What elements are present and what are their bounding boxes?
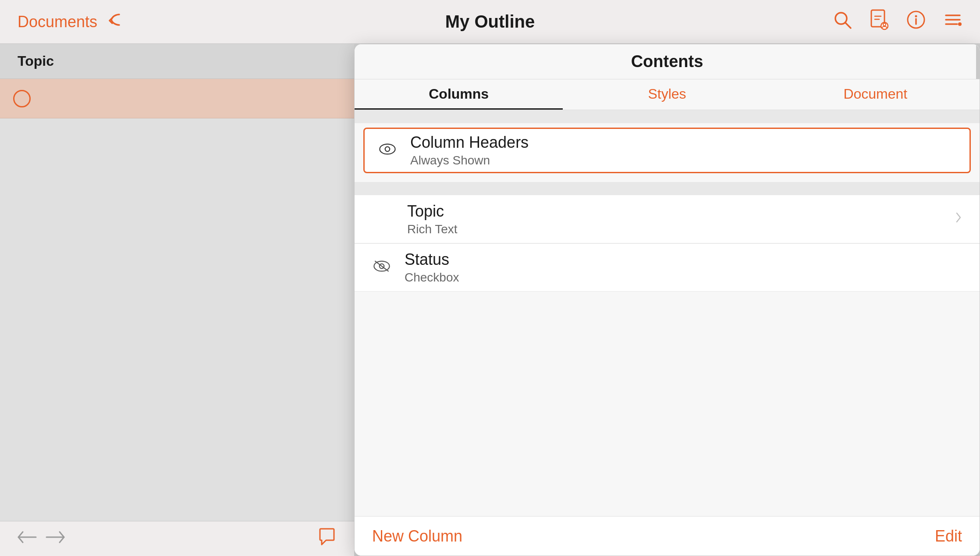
- topic-subtitle: Rich Text: [407, 222, 955, 236]
- nav-bar: Documents My Outline: [0, 0, 980, 44]
- toolbar-back-icon[interactable]: [18, 529, 37, 549]
- column-headers-item[interactable]: Column Headers Always Shown: [363, 128, 971, 173]
- svg-point-7: [915, 15, 917, 18]
- outline-header: Topic: [0, 44, 354, 79]
- edit-button[interactable]: Edit: [935, 527, 962, 545]
- svg-line-1: [845, 23, 851, 28]
- status-column-item[interactable]: Status Checkbox: [355, 243, 980, 292]
- eye-icon: [378, 141, 397, 160]
- svg-point-14: [380, 144, 395, 154]
- outline-area: Topic: [0, 44, 354, 556]
- selected-outline-row[interactable]: [0, 79, 354, 118]
- info-icon[interactable]: [906, 10, 926, 33]
- page-title: My Outline: [445, 12, 535, 32]
- svg-point-11: [958, 22, 962, 26]
- status-subtitle: Checkbox: [405, 271, 962, 285]
- tab-document[interactable]: Document: [771, 79, 980, 110]
- popover-panel: Contents Columns Styles Document: [354, 44, 980, 556]
- section-divider: [355, 182, 980, 195]
- topic-column-header: Topic: [18, 53, 54, 69]
- toolbar-forward-icon[interactable]: [46, 529, 65, 549]
- column-headers-subtitle: Always Shown: [410, 153, 956, 168]
- back-button[interactable]: [106, 11, 127, 32]
- search-icon[interactable]: [833, 10, 852, 33]
- popover-title-bar: Contents: [355, 44, 980, 79]
- tab-styles[interactable]: Styles: [563, 79, 771, 110]
- popover-title: Contents: [631, 52, 703, 71]
- menu-icon[interactable]: [943, 10, 962, 33]
- chevron-right-icon: [955, 211, 962, 227]
- topic-title: Topic: [407, 202, 955, 221]
- documents-link[interactable]: Documents: [18, 13, 97, 31]
- topic-text: Topic Rich Text: [372, 202, 955, 236]
- popover-tabs: Columns Styles Document: [355, 79, 980, 110]
- nav-icons: [833, 9, 962, 34]
- row-bullet: [13, 90, 31, 107]
- status-text: Status Checkbox: [405, 250, 962, 285]
- status-title: Status: [405, 250, 962, 269]
- column-headers-text: Column Headers Always Shown: [410, 133, 956, 168]
- main-content: Topic: [0, 44, 980, 556]
- section-spacer-top: [355, 110, 980, 123]
- popover-bottom-bar: New Column Edit: [355, 516, 980, 556]
- new-column-button[interactable]: New Column: [372, 527, 462, 545]
- comment-icon[interactable]: [317, 527, 337, 550]
- toolbar-nav: [18, 529, 65, 549]
- topic-column-item[interactable]: Topic Rich Text: [355, 195, 980, 243]
- outline-body: [0, 118, 354, 556]
- bottom-toolbar: [0, 521, 354, 556]
- tab-columns[interactable]: Columns: [355, 79, 563, 110]
- drag-handle[interactable]: [976, 44, 980, 79]
- document-person-icon[interactable]: [870, 9, 889, 34]
- eye-off-icon: [372, 258, 391, 277]
- svg-point-15: [385, 147, 390, 152]
- column-headers-title: Column Headers: [410, 133, 956, 152]
